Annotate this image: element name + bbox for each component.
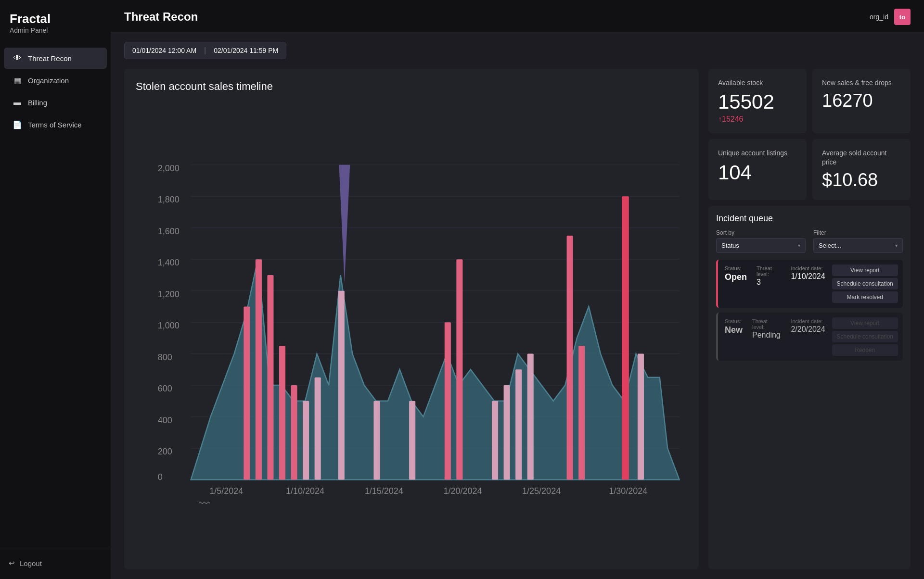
svg-text:1/10/2024: 1/10/2024 (286, 486, 324, 496)
svg-rect-27 (291, 385, 297, 479)
svg-rect-32 (409, 401, 415, 480)
svg-text:1,400: 1,400 (158, 258, 180, 267)
svg-rect-29 (315, 378, 321, 480)
stat-sub-0: ↑15246 (718, 115, 797, 124)
svg-text:400: 400 (158, 415, 172, 425)
main-content: Threat Recon org_id to 01/01/2024 12:00 … (111, 0, 924, 579)
svg-rect-39 (527, 354, 534, 480)
sidebar-footer: ↩ Logout (0, 547, 111, 579)
threat-label-1: Threat level: (752, 318, 781, 330)
sidebar-label-threat-recon: Threat Recon (28, 54, 72, 63)
reopen-btn-1: Reopen (832, 344, 898, 356)
main-grid: Stolen account sales timeline 2,000 1,80… (124, 69, 911, 569)
date-end: 02/01/2024 11:59 PM (214, 47, 278, 54)
incident-row-1: Status: New Threat level: Pending Incide… (725, 318, 825, 340)
billing-icon: ▬ (13, 98, 22, 107)
logout-icon: ↩ (9, 559, 15, 567)
svg-text:1/30/2024: 1/30/2024 (609, 486, 647, 496)
svg-text:1/15/2024: 1/15/2024 (365, 486, 403, 496)
svg-rect-33 (445, 322, 451, 479)
incident-card-body-1: Status: New Threat level: Pending Incide… (718, 313, 832, 361)
filter-control: Filter Select... ▾ (813, 229, 903, 253)
sort-chevron: ▾ (798, 243, 800, 248)
stat-value-3: $10.68 (822, 170, 901, 190)
avatar[interactable]: to (894, 9, 911, 25)
svg-text:1,000: 1,000 (158, 321, 180, 330)
status-label-1: Status: (725, 318, 743, 324)
status-label-0: Status: (725, 265, 747, 271)
sidebar-label-organization: Organization (28, 76, 69, 85)
eye-icon: 👁 (13, 53, 22, 63)
stats-grid: Available stock 15502 ↑15246 New sales &… (708, 69, 911, 200)
date-separator: | (204, 46, 206, 55)
chart-panel: Stolen account sales timeline 2,000 1,80… (124, 69, 699, 569)
document-icon: 📄 (13, 120, 22, 129)
logout-button[interactable]: ↩ Logout (9, 555, 102, 571)
svg-rect-23 (244, 306, 250, 479)
svg-text:600: 600 (158, 384, 172, 393)
sidebar-item-billing[interactable]: ▬ Billing (4, 92, 107, 113)
mark-resolved-btn-0[interactable]: Mark resolved (832, 291, 898, 303)
stat-card-avg-price: Average sold account price $10.68 (812, 139, 911, 200)
incident-threat-field-0: Threat level: 3 (757, 265, 781, 287)
svg-rect-25 (267, 275, 273, 480)
schedule-consultation-btn-1: Schedule consultation (832, 331, 898, 342)
sort-control: Sort by Status ▾ (716, 229, 806, 253)
incident-threat-field-1: Threat level: Pending (752, 318, 781, 340)
svg-rect-37 (504, 385, 510, 479)
logout-label: Logout (20, 559, 42, 567)
svg-marker-35 (339, 165, 350, 283)
svg-rect-28 (303, 401, 309, 480)
svg-text:1,200: 1,200 (158, 290, 180, 299)
chart-title: Stolen account sales timeline (136, 80, 687, 93)
threat-value-1: Pending (752, 331, 781, 340)
incident-date-field-0: Incident date: 1/10/2024 (791, 265, 825, 281)
stat-value-0: 15502 (718, 91, 797, 113)
svg-rect-34 (456, 259, 462, 479)
sidebar-item-threat-recon[interactable]: 👁 Threat Recon (4, 48, 107, 69)
stat-label-1: New sales & free drops (822, 78, 901, 87)
chart-area: 2,000 1,800 1,600 1,400 1,200 1,000 800 … (136, 102, 687, 558)
incident-status-field-1: Status: New (725, 318, 743, 335)
svg-text:1/5/2024: 1/5/2024 (209, 486, 243, 496)
sort-select[interactable]: Status ▾ (716, 238, 806, 253)
stat-label-0: Available stock (718, 78, 797, 87)
incident-cards: Status: Open Threat level: 3 Incident da… (716, 260, 903, 361)
filter-chevron: ▾ (895, 243, 898, 248)
date-range-picker[interactable]: 01/01/2024 12:00 AM | 02/01/2024 11:59 P… (124, 42, 286, 59)
stat-label-3: Average sold account price (822, 149, 901, 166)
sidebar-item-organization[interactable]: ▦ Organization (4, 70, 107, 91)
svg-text:1,600: 1,600 (158, 227, 180, 236)
svg-rect-41 (578, 346, 585, 479)
stat-label-2: Unique account listings (718, 149, 797, 157)
svg-rect-30 (338, 291, 345, 480)
incident-card-body-0: Status: Open Threat level: 3 Incident da… (718, 260, 832, 308)
svg-text:1/20/2024: 1/20/2024 (443, 486, 482, 496)
date-label-0: Incident date: (791, 265, 825, 271)
chart-svg: 2,000 1,800 1,600 1,400 1,200 1,000 800 … (136, 102, 687, 558)
app-subtitle: Admin Panel (10, 26, 101, 34)
incident-row-0: Status: Open Threat level: 3 Incident da… (725, 265, 825, 287)
stat-value-2: 104 (718, 162, 797, 184)
sidebar-label-billing: Billing (28, 99, 47, 107)
svg-rect-38 (515, 369, 522, 479)
filter-select[interactable]: Select... ▾ (813, 238, 903, 253)
svg-text:200: 200 (158, 447, 172, 456)
date-label-1: Incident date: (791, 318, 825, 324)
date-value-1: 2/20/2024 (791, 325, 825, 334)
stat-card-new-sales: New sales & free drops 16270 (812, 69, 911, 133)
incident-controls: Sort by Status ▾ Filter Select... ▾ (716, 229, 903, 253)
status-value-0: Open (725, 272, 747, 282)
schedule-consultation-btn-0[interactable]: Schedule consultation (832, 278, 898, 290)
sidebar-logo: Fractal Admin Panel (0, 0, 111, 42)
incident-status-field-0: Status: Open (725, 265, 747, 282)
incident-queue: Incident queue Sort by Status ▾ Filter (708, 206, 911, 569)
sidebar-item-terms[interactable]: 📄 Terms of Service (4, 114, 107, 135)
date-start: 01/01/2024 12:00 AM (132, 47, 196, 54)
svg-rect-42 (622, 196, 629, 479)
header-right: org_id to (870, 9, 911, 25)
header: Threat Recon org_id to (111, 0, 924, 32)
view-report-btn-0[interactable]: View report (832, 264, 898, 276)
svg-text:1/25/2024: 1/25/2024 (522, 486, 561, 496)
svg-rect-40 (567, 236, 573, 480)
